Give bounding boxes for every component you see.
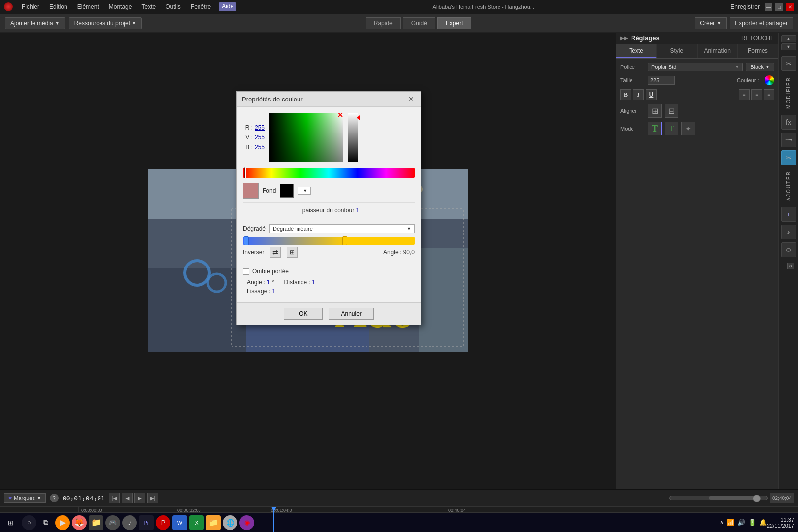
enregistrer-btn[interactable]: Enregistrer [731, 3, 760, 10]
align-center-btn[interactable]: ≡ [751, 89, 762, 100]
windows-start-btn[interactable]: ⊞ [4, 516, 18, 530]
scissors-icon[interactable]: ✂ [781, 56, 796, 71]
menu-edition[interactable]: Edition [47, 2, 69, 11]
taskbar-adobe-icon[interactable]: ◉ [239, 515, 254, 530]
inverser-icon2-btn[interactable]: ⊞ [287, 247, 298, 258]
taskbar-paint-icon[interactable]: P [156, 515, 170, 530]
menu-aide[interactable]: Aide [219, 2, 236, 11]
text-add-icon[interactable]: T [781, 207, 796, 222]
taskbar-task-view-icon[interactable]: ⧉ [38, 515, 53, 530]
tray-battery-icon[interactable]: 🔋 [748, 519, 756, 526]
arrow-down-icon[interactable]: ▼ [781, 43, 796, 50]
fond-select[interactable]: ▼ [298, 187, 311, 195]
next-frame-btn[interactable]: ▶ [134, 493, 145, 503]
align-vertical-btn[interactable]: ⊟ [665, 104, 678, 118]
menu-fenetre[interactable]: Fenêtre [189, 2, 213, 11]
marker-btn[interactable]: ♥ Marques ▼ [4, 493, 46, 503]
tray-arrow-icon[interactable]: ∧ [720, 519, 724, 526]
g-value[interactable]: 255 [255, 134, 265, 141]
add-media-btn[interactable]: Ajouter le média ▼ [5, 17, 65, 29]
arrow-up-icon[interactable]: ▲ [781, 35, 796, 42]
skip-start-btn[interactable]: |◀ [109, 493, 120, 503]
color-wheel-btn[interactable] [765, 75, 774, 85]
bold-btn[interactable]: B [620, 89, 631, 100]
taskbar-gaming-icon[interactable]: 🎮 [105, 515, 120, 530]
degrade-select[interactable]: Dégradé linéaire ▼ [269, 224, 415, 233]
hue-cursor[interactable] [244, 167, 246, 179]
skip-end-btn[interactable]: ▶| [147, 493, 158, 503]
taskbar-excel-icon[interactable]: X [189, 515, 204, 530]
degrade-thumb-right[interactable] [342, 236, 347, 245]
effects-icon[interactable]: fx [781, 115, 796, 130]
music-add-icon[interactable]: ♪ [781, 225, 796, 239]
project-resources-btn[interactable]: Ressources du projet ▼ [69, 17, 142, 29]
degrade-gradient-bar[interactable] [243, 237, 415, 245]
police-select[interactable]: Poplar Std ▼ [648, 63, 743, 71]
menu-montage[interactable]: Montage [107, 2, 134, 11]
taskbar-files-icon[interactable]: 📁 [206, 515, 221, 530]
ombre-checkbox[interactable] [243, 268, 249, 275]
cancel-btn[interactable]: Annuler [329, 308, 373, 320]
b-value[interactable]: 255 [255, 144, 265, 151]
prev-frame-btn[interactable]: ◀ [122, 493, 133, 503]
menu-texte[interactable]: Texte [139, 2, 158, 11]
crop-icon[interactable]: ✂ [781, 150, 796, 165]
menu-outils[interactable]: Outils [164, 2, 183, 11]
motion-icon[interactable]: ⟿ [781, 133, 796, 147]
menu-fichier[interactable]: Fichier [20, 2, 41, 11]
taskbar-music-icon[interactable]: ♪ [122, 515, 137, 530]
ombre-angle-value[interactable]: 1 [267, 279, 270, 286]
ok-btn[interactable]: OK [284, 308, 323, 320]
ombre-distance-value[interactable]: 1 [312, 279, 315, 286]
inverser-icon-btn[interactable]: ⇄ [270, 247, 281, 258]
playhead[interactable] [273, 507, 274, 532]
tab-texte[interactable]: Texte [616, 44, 657, 58]
italic-btn[interactable]: I [633, 89, 644, 100]
ombre-lissage-value[interactable]: 1 [272, 288, 275, 295]
export-btn[interactable]: Exporter et partager [730, 17, 793, 29]
panel-collapse-icon[interactable]: ▶▶ [620, 35, 628, 41]
underline-btn[interactable]: U [646, 89, 657, 100]
tray-sound-icon[interactable]: 🔊 [737, 519, 745, 526]
taskbar-chrome-icon[interactable]: 🌐 [223, 515, 237, 530]
help-btn[interactable]: ? [50, 494, 59, 502]
color-gradient-box[interactable] [269, 113, 343, 162]
tab-formes[interactable]: Formes [738, 44, 778, 58]
nav-rapide-btn[interactable]: Rapide [366, 17, 401, 29]
minimize-btn[interactable]: — [765, 3, 772, 11]
tab-animation[interactable]: Animation [698, 44, 738, 58]
fond-black-swatch[interactable] [280, 184, 294, 198]
taille-input[interactable] [648, 76, 675, 85]
color-properties-dialog[interactable]: Propriétés de couleur ✕ R : 255 V : 255 [236, 91, 421, 325]
menu-element[interactable]: Elément [75, 2, 101, 11]
wb-strip[interactable] [348, 113, 358, 162]
font-style-select[interactable]: Black ▼ [746, 63, 774, 71]
align-left-btn[interactable]: ≡ [739, 89, 750, 100]
tab-style[interactable]: Style [657, 44, 697, 58]
maximize-btn[interactable]: □ [775, 3, 783, 11]
degrade-thumb-left[interactable] [244, 236, 249, 245]
r-value[interactable]: 255 [255, 124, 265, 131]
taskbar-folder-icon[interactable]: 📁 [89, 515, 103, 530]
emoji-add-icon[interactable]: ☺ [781, 242, 796, 257]
mode-outline-btn[interactable]: ✦ [681, 122, 695, 135]
taskbar-premiere-icon[interactable]: Pr [139, 515, 154, 530]
taskbar-search-icon[interactable]: ○ [22, 515, 36, 530]
mode-gradient-btn[interactable]: T [665, 122, 678, 135]
align-right-btn[interactable]: ≡ [764, 89, 774, 100]
creer-btn[interactable]: Créer ▼ [695, 17, 727, 29]
tray-network-icon[interactable]: 📶 [727, 519, 734, 526]
taskbar-firefox-icon[interactable]: 🦊 [72, 515, 87, 530]
tray-notification-icon[interactable]: 🔔 [759, 519, 767, 526]
dialog-close-btn[interactable]: ✕ [407, 95, 416, 103]
align-horizontal-btn[interactable]: ⊞ [648, 104, 662, 118]
taskbar-vlc-icon[interactable]: ▶ [55, 515, 70, 530]
zoom-handle[interactable] [753, 495, 761, 502]
nav-expert-btn[interactable]: Expert [437, 17, 471, 29]
fond-color-swatch[interactable] [243, 183, 259, 199]
taskbar-word-icon[interactable]: W [172, 515, 187, 530]
mode-normal-btn[interactable]: T [648, 122, 662, 135]
epaisseur-value[interactable]: 1 [356, 207, 360, 214]
nav-guide-btn[interactable]: Guidé [403, 17, 435, 29]
hue-strip[interactable] [243, 168, 415, 178]
